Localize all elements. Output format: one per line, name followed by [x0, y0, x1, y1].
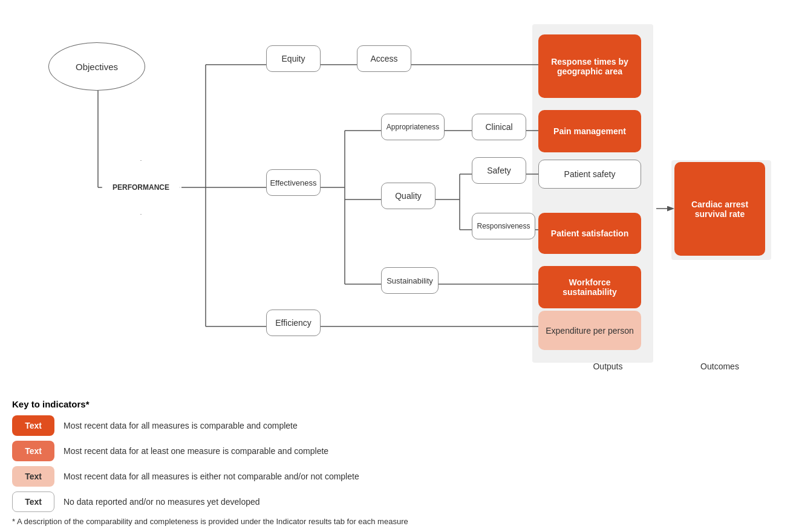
- key-desc-3: Most recent data for all measures is eit…: [64, 472, 359, 481]
- effectiveness-node: Effectiveness: [266, 169, 321, 196]
- objectives-node: Objectives: [48, 42, 145, 91]
- key-desc-4: No data reported and/or no measures yet …: [64, 497, 260, 507]
- quality-node: Quality: [381, 183, 435, 209]
- key-section: Key to indicators* Text Most recent data…: [12, 393, 738, 532]
- sustainability-node: Sustainability: [381, 267, 439, 294]
- access-node: Access: [357, 45, 411, 72]
- patient-satisfaction-node[interactable]: Patient satisfaction: [538, 213, 641, 254]
- patient-safety-node[interactable]: Patient safety: [538, 160, 641, 189]
- key-row-3: Text Most recent data for all measures i…: [12, 466, 738, 487]
- clinical-node: Clinical: [472, 114, 526, 140]
- key-box-orange: Text: [12, 415, 54, 436]
- equity-node: Equity: [266, 45, 321, 72]
- outputs-label: Outputs: [563, 362, 653, 371]
- appropriateness-node: Appropriateness: [381, 114, 445, 140]
- pain-management-node[interactable]: Pain management: [538, 110, 641, 152]
- responsiveness-node: Responsiveness: [472, 213, 535, 239]
- key-row-1: Text Most recent data for all measures i…: [12, 415, 738, 436]
- safety-node: Safety: [472, 157, 526, 184]
- expenditure-node[interactable]: Expenditure per person: [538, 311, 641, 350]
- key-box-orange-medium: Text: [12, 441, 54, 461]
- key-box-white: Text: [12, 491, 54, 512]
- performance-node: PERFORMANCE: [102, 160, 180, 215]
- key-desc-1: Most recent data for all measures is com…: [64, 421, 298, 430]
- key-box-orange-light: Text: [12, 466, 54, 487]
- response-times-node[interactable]: Response times by geographic area: [538, 34, 641, 98]
- key-title: Key to indicators*: [12, 399, 738, 409]
- diagram-area: Objectives PERFORMANCE Equity Access Eff…: [12, 12, 786, 387]
- key-row-2: Text Most recent data for at least one m…: [12, 441, 738, 461]
- key-row-4: Text No data reported and/or no measures…: [12, 491, 738, 512]
- efficiency-node: Efficiency: [266, 310, 321, 336]
- cardiac-arrest-node[interactable]: Cardiac arrest survival rate: [674, 162, 765, 256]
- footnote: * A description of the comparability and…: [12, 517, 738, 526]
- key-desc-2: Most recent data for at least one measur…: [64, 446, 328, 456]
- outcomes-label: Outcomes: [674, 362, 765, 371]
- workforce-sustainability-node[interactable]: Workforce sustainability: [538, 266, 641, 308]
